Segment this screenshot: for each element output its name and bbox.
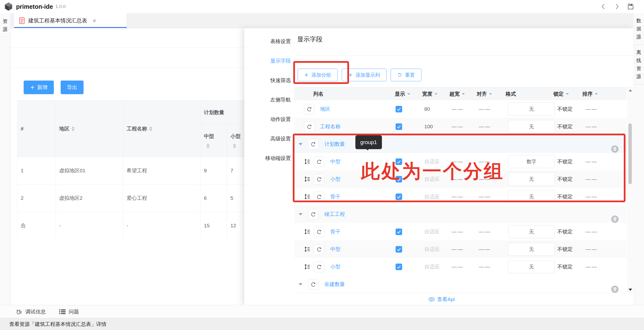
width-value[interactable]: 100: [424, 118, 433, 135]
lock-value[interactable]: 不锁定: [557, 240, 573, 258]
export-button[interactable]: 导出: [61, 80, 84, 94]
drag-handle-icon[interactable]: [304, 153, 311, 170]
fields-col-header[interactable]: 对齐: [477, 87, 492, 100]
collapse-caret-icon[interactable]: [298, 205, 302, 223]
sort-value[interactable]: ——: [586, 258, 598, 276]
sort-carets-icon[interactable]: [233, 144, 236, 148]
width-value[interactable]: 自适应: [424, 240, 440, 258]
sort-carets-icon[interactable]: [71, 127, 75, 131]
scroll-down-icon[interactable]: [629, 289, 632, 291]
drag-handle-icon[interactable]: [304, 223, 311, 240]
overwide-value[interactable]: ——: [452, 240, 464, 258]
width-value[interactable]: 自适应: [424, 223, 440, 240]
scrollbar[interactable]: [628, 87, 633, 293]
format-select[interactable]: 数字: [508, 155, 555, 168]
format-select[interactable]: 无: [508, 243, 555, 256]
lock-value[interactable]: 不锁定: [557, 118, 573, 135]
sort-value[interactable]: ——: [586, 188, 598, 205]
filter-caret-icon[interactable]: [462, 93, 465, 95]
settings-menu-item[interactable]: 左侧导航: [244, 90, 294, 109]
sync-field-button[interactable]: [314, 174, 324, 185]
drag-handle-icon[interactable]: [304, 188, 311, 205]
field-name-link[interactable]: 骨干: [330, 188, 340, 205]
field-name-link[interactable]: 计划数量: [324, 135, 345, 153]
overwide-value[interactable]: ——: [452, 100, 464, 118]
lock-value[interactable]: 不锁定: [557, 170, 573, 188]
align-value[interactable]: ——: [479, 240, 491, 258]
align-value[interactable]: ——: [479, 170, 491, 188]
sync-field-button[interactable]: [308, 139, 318, 150]
save-icon[interactable]: [627, 3, 634, 10]
settings-menu-item[interactable]: 动作设置: [244, 109, 294, 129]
visible-checkbox[interactable]: [396, 193, 402, 200]
width-value[interactable]: 自适应: [424, 153, 440, 170]
overwide-value[interactable]: ——: [452, 258, 464, 276]
visible-checkbox[interactable]: [396, 264, 402, 270]
visible-checkbox[interactable]: [396, 229, 402, 235]
field-name-link[interactable]: 在建数量: [324, 276, 345, 293]
sync-field-button[interactable]: [314, 192, 324, 202]
sort-value[interactable]: ——: [586, 170, 598, 188]
settings-menu-item[interactable]: 移动端设置: [244, 148, 294, 168]
sync-field-button[interactable]: [314, 156, 324, 167]
settings-menu-item[interactable]: 表格设置: [244, 32, 294, 51]
col-header-small[interactable]: 小型: [227, 124, 244, 157]
problems-button[interactable]: 问题: [59, 308, 79, 315]
visible-checkbox[interactable]: [396, 176, 402, 183]
overwide-value[interactable]: ——: [452, 118, 464, 135]
delete-group-button[interactable]: [611, 280, 619, 298]
fields-col-header[interactable]: 排序: [582, 87, 598, 100]
format-select[interactable]: 无: [508, 225, 555, 238]
fields-col-header[interactable]: 锁定: [554, 87, 569, 100]
visible-checkbox[interactable]: [396, 123, 402, 130]
sync-field-button[interactable]: [308, 209, 318, 220]
lock-value[interactable]: 不锁定: [557, 100, 573, 118]
sync-field-button[interactable]: [304, 104, 315, 115]
debug-info-button[interactable]: 调试信息: [16, 308, 46, 315]
tab-close-icon[interactable]: ×: [92, 17, 96, 24]
sort-value[interactable]: ——: [586, 153, 598, 170]
sync-field-button[interactable]: [304, 121, 315, 132]
add-record-button[interactable]: 新增: [24, 80, 54, 94]
format-select[interactable]: 无: [508, 173, 555, 186]
align-value[interactable]: ——: [479, 100, 491, 118]
collapse-caret-icon[interactable]: [298, 135, 302, 153]
align-value[interactable]: ——: [479, 223, 491, 240]
col-header-region[interactable]: 地区: [56, 100, 123, 157]
fields-col-header[interactable]: 宽度: [422, 87, 438, 100]
sort-carets-icon[interactable]: [206, 144, 210, 148]
field-name-link[interactable]: 小型: [330, 170, 340, 188]
format-select[interactable]: 无: [508, 190, 555, 203]
sort-value[interactable]: ——: [586, 100, 598, 118]
align-value[interactable]: ——: [479, 153, 491, 170]
sort-carets-icon[interactable]: [149, 127, 152, 131]
width-value[interactable]: 自适应: [424, 170, 440, 188]
settings-menu-item[interactable]: 快速筛选: [244, 71, 294, 90]
filter-caret-icon[interactable]: [407, 93, 410, 95]
add-group-button[interactable]: 添加分组: [298, 69, 338, 81]
lock-value[interactable]: 不锁定: [557, 223, 573, 240]
fields-col-header[interactable]: 超宽: [450, 87, 465, 100]
width-value[interactable]: 自适应: [424, 258, 440, 276]
nav-forward-icon[interactable]: [613, 3, 620, 10]
col-header-project[interactable]: 工程名称: [123, 100, 200, 157]
scroll-up-icon[interactable]: [629, 89, 632, 91]
sort-value[interactable]: ——: [586, 223, 598, 240]
field-name-link[interactable]: 中型: [330, 153, 340, 170]
scrollbar-thumb[interactable]: [628, 123, 632, 184]
filter-caret-icon[interactable]: [595, 93, 598, 95]
drag-handle-icon[interactable]: [304, 240, 311, 258]
align-value[interactable]: ——: [479, 188, 491, 205]
tab-active[interactable]: 建筑工程基本情况汇总表 ×: [14, 13, 127, 28]
field-name-link[interactable]: 地区: [320, 100, 330, 118]
overwide-value[interactable]: ——: [452, 188, 464, 205]
sort-value[interactable]: ——: [586, 240, 598, 258]
right-rail-item-0[interactable]: 数据源: [634, 13, 644, 45]
format-select[interactable]: 无: [508, 102, 555, 116]
align-value[interactable]: ——: [479, 118, 491, 135]
sync-field-button[interactable]: [314, 244, 324, 255]
overwide-value[interactable]: ——: [452, 170, 464, 188]
settings-menu-item[interactable]: 显示字段: [244, 51, 294, 71]
sync-field-button[interactable]: [308, 279, 318, 290]
lock-value[interactable]: 不锁定: [557, 153, 573, 170]
